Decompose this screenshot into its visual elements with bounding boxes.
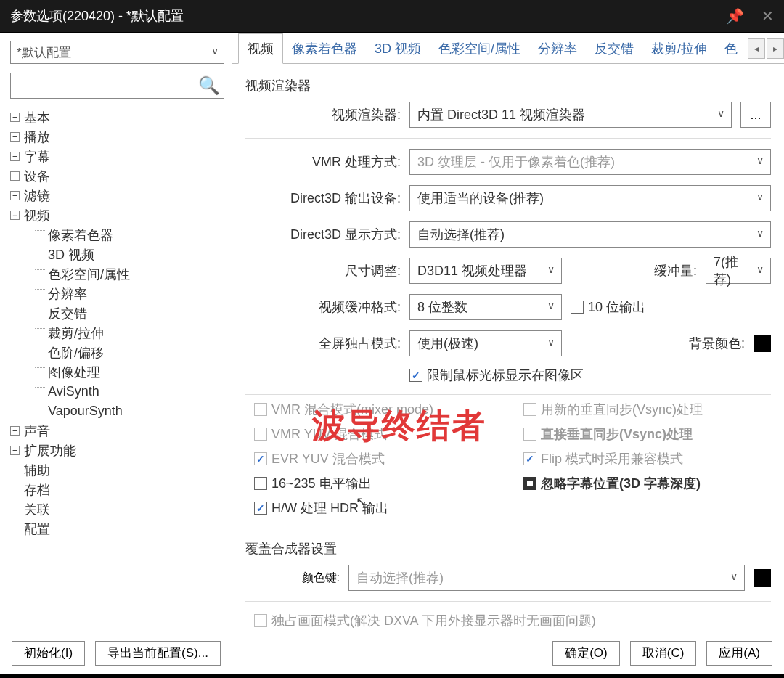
colorkey-label: 颜色键: bbox=[282, 571, 340, 586]
chk-vsync-new: 用新的垂直同步(Vsync)处理 bbox=[523, 401, 771, 418]
d3d-display-select[interactable]: 自动选择(推荐)∨ bbox=[409, 221, 771, 248]
tree-item-subtitles[interactable]: +字幕 bbox=[10, 147, 224, 166]
chk-vsync-direct: 直接垂直同步(Vsync)处理 bbox=[523, 425, 771, 443]
resize-select[interactable]: D3D11 视频处理器∨ bbox=[409, 258, 562, 284]
chevron-down-icon: ∨ bbox=[756, 155, 764, 166]
tree-item-associate[interactable]: 关联 bbox=[10, 499, 224, 519]
chk-evr-yuv: EVR YUV 混合模式 bbox=[254, 450, 502, 467]
tree-item-playback[interactable]: +播放 bbox=[10, 127, 224, 147]
tree-item-filter[interactable]: +滤镜 bbox=[10, 186, 224, 205]
search-box[interactable]: 🔍 bbox=[10, 73, 224, 99]
buffer-label: 缓冲量: bbox=[654, 262, 697, 279]
tree-item-device[interactable]: +设备 bbox=[10, 166, 224, 186]
renderer-more-button[interactable]: ... bbox=[740, 102, 771, 128]
pin-icon[interactable]: 📌 bbox=[726, 7, 744, 25]
tab-resolution[interactable]: 分辨率 bbox=[529, 34, 586, 63]
tree-item-resolution[interactable]: 分辨率 bbox=[10, 284, 224, 303]
tree-item-avisynth[interactable]: AviSynth bbox=[10, 382, 224, 401]
preset-input[interactable] bbox=[10, 41, 224, 64]
chk-10bit[interactable]: 10 位输出 bbox=[571, 298, 645, 316]
window-title: 参数选项(220420) - *默认配置 bbox=[10, 7, 184, 25]
section-renderer: 视频渲染器 bbox=[245, 77, 771, 94]
tree-item-colorspace[interactable]: 色彩空间/属性 bbox=[10, 264, 224, 284]
tree-item-level-offset[interactable]: 色阶/偏移 bbox=[10, 343, 224, 362]
tree-item-pixel-shader[interactable]: 像素着色器 bbox=[10, 225, 224, 245]
preset-select[interactable]: ∨ bbox=[10, 41, 224, 64]
tab-3d-video[interactable]: 3D 视频 bbox=[366, 34, 430, 63]
vmr-select[interactable]: 3D 纹理层 - 仅用于像素着色(推荐)∨ bbox=[409, 149, 771, 175]
chevron-down-icon: ∨ bbox=[211, 45, 219, 57]
tree-item-crop-stretch[interactable]: 裁剪/拉伸 bbox=[10, 323, 224, 343]
fullscreen-select[interactable]: 使用(极速)∨ bbox=[409, 330, 562, 356]
tab-deinterlace[interactable]: 反交错 bbox=[586, 34, 642, 63]
buf-format-label: 视频缓冲格式: bbox=[245, 298, 401, 316]
tree-item-archive[interactable]: 存档 bbox=[10, 480, 224, 499]
tree-item-extend[interactable]: +扩展功能 bbox=[10, 441, 224, 460]
chk-exclusive: 独占画面模式(解决 DXVA 下用外接显示器时无画面问题) bbox=[254, 612, 771, 629]
tree-item-basic[interactable]: +基本 bbox=[10, 107, 224, 127]
chk-flip: Flip 模式时采用兼容模式 bbox=[523, 450, 771, 467]
d3d-device-select[interactable]: 使用适当的设备(推荐)∨ bbox=[409, 185, 771, 211]
search-input[interactable] bbox=[10, 73, 224, 99]
tab-video[interactable]: 视频 bbox=[238, 33, 283, 64]
tab-pixel-shader[interactable]: 像素着色器 bbox=[283, 34, 366, 63]
buffer-select[interactable]: 7(推荐)∨ bbox=[706, 258, 771, 284]
chevron-down-icon: ∨ bbox=[756, 264, 764, 275]
tree-item-audio[interactable]: +声音 bbox=[10, 421, 224, 441]
renderer-select[interactable]: 内置 Direct3D 11 视频渲染器∨ bbox=[409, 102, 732, 128]
chevron-down-icon: ∨ bbox=[547, 264, 555, 275]
chevron-down-icon: ∨ bbox=[756, 191, 764, 203]
tree-item-vapoursynth[interactable]: VapourSynth bbox=[10, 401, 224, 421]
colorkey-select[interactable]: 自动选择(推荐)∨ bbox=[348, 565, 745, 591]
chevron-down-icon: ∨ bbox=[717, 107, 724, 119]
export-button[interactable]: 导出当前配置(S)... bbox=[95, 641, 221, 666]
resize-label: 尺寸调整: bbox=[245, 262, 401, 279]
chk-vmr-yuv: VMR YUV 混合模式 bbox=[254, 425, 502, 443]
bgcolor-swatch[interactable] bbox=[754, 335, 771, 352]
tree-item-video[interactable]: −视频 bbox=[10, 205, 224, 225]
tab-crop-stretch[interactable]: 裁剪/拉伸 bbox=[642, 34, 716, 63]
cancel-button[interactable]: 取消(C) bbox=[630, 641, 697, 666]
tab-scroll-left-button[interactable]: ◂ bbox=[748, 38, 765, 59]
chevron-down-icon: ∨ bbox=[547, 300, 555, 311]
tree-item-image-proc[interactable]: 图像处理 bbox=[10, 362, 224, 382]
tab-bar: 视频 像素着色器 3D 视频 色彩空间/属性 分辨率 反交错 裁剪/拉伸 色 ◂… bbox=[232, 33, 784, 64]
colorkey-swatch[interactable] bbox=[754, 569, 771, 587]
chk-16-235[interactable]: 16~235 电平输出 bbox=[254, 475, 502, 492]
tab-color-partial[interactable]: 色 bbox=[716, 34, 746, 63]
tab-colorspace[interactable]: 色彩空间/属性 bbox=[430, 34, 529, 63]
renderer-label: 视频渲染器: bbox=[245, 106, 401, 123]
d3d-display-label: Direct3D 显示方式: bbox=[245, 226, 401, 243]
chk-hw-hdr[interactable]: H/W 处理 HDR 输出 bbox=[254, 499, 502, 517]
fullscreen-label: 全屏独占模式: bbox=[245, 335, 401, 352]
tree-item-config[interactable]: 配置 bbox=[10, 519, 224, 539]
buf-format-select[interactable]: 8 位整数∨ bbox=[409, 294, 562, 320]
apply-button[interactable]: 应用(A) bbox=[706, 641, 772, 666]
ok-button[interactable]: 确定(O) bbox=[552, 641, 620, 666]
close-icon[interactable]: ✕ bbox=[761, 7, 774, 25]
section-overlay: 覆盖合成器设置 bbox=[245, 540, 771, 557]
form-panel: 波导终结者 视频渲染器 视频渲染器: 内置 Direct3D 11 视频渲染器∨… bbox=[232, 64, 784, 632]
chevron-down-icon: ∨ bbox=[547, 336, 555, 348]
button-bar: 初始化(I) 导出当前配置(S)... 确定(O) 取消(C) 应用(A) bbox=[0, 632, 784, 674]
chk-cursor-limit[interactable]: 限制鼠标光标显示在图像区 bbox=[409, 367, 584, 384]
bgcolor-label: 背景颜色: bbox=[689, 335, 745, 352]
search-icon: 🔍 bbox=[198, 75, 220, 96]
tree-item-3d-video[interactable]: 3D 视频 bbox=[10, 245, 224, 264]
chevron-down-icon: ∨ bbox=[756, 227, 764, 239]
tree-item-deinterlace[interactable]: 反交错 bbox=[10, 303, 224, 323]
init-button[interactable]: 初始化(I) bbox=[12, 641, 85, 666]
vmr-label: VMR 处理方式: bbox=[245, 153, 401, 171]
tree-item-assist[interactable]: 辅助 bbox=[10, 460, 224, 480]
titlebar: 参数选项(220420) - *默认配置 📌 ✕ bbox=[0, 0, 784, 33]
chevron-down-icon: ∨ bbox=[730, 571, 738, 582]
d3d-device-label: Direct3D 输出设备: bbox=[245, 189, 401, 207]
nav-tree: +基本 +播放 +字幕 +设备 +滤镜 −视频 像素着色器 3D 视频 色彩空间… bbox=[10, 107, 224, 624]
tab-scroll-right-button[interactable]: ▸ bbox=[767, 38, 784, 59]
chk-ignore-sub[interactable]: 忽略字幕位置(3D 字幕深度) bbox=[523, 475, 771, 492]
chk-vmr-mixer: VMR 混合模式(mixer mode) bbox=[254, 401, 502, 418]
